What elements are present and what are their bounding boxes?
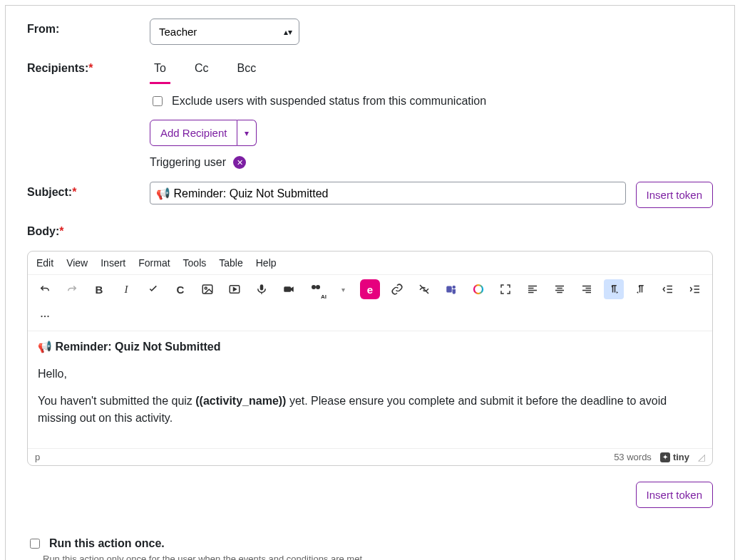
redo-icon[interactable] bbox=[62, 279, 82, 299]
add-recipient-button[interactable]: Add Recipient bbox=[150, 120, 237, 146]
insert-token-body-button[interactable]: Insert token bbox=[636, 482, 713, 508]
tab-cc[interactable]: Cc bbox=[190, 59, 213, 84]
chip-label: Triggering user bbox=[150, 156, 226, 169]
align-right-icon[interactable] bbox=[577, 279, 597, 299]
editor-content[interactable]: 📢 Reminder: Quiz Not Submitted Hello, Yo… bbox=[28, 331, 712, 448]
check-icon[interactable] bbox=[143, 279, 163, 299]
tab-bcc[interactable]: Bcc bbox=[232, 59, 260, 84]
recipients-label: Recipients:* bbox=[27, 58, 141, 75]
ai-caret-icon[interactable]: ▾ bbox=[333, 279, 353, 299]
video-icon[interactable] bbox=[225, 279, 245, 299]
svg-point-12 bbox=[47, 316, 48, 317]
svg-point-9 bbox=[474, 285, 483, 294]
add-recipient-dropdown[interactable]: ▾ bbox=[237, 120, 257, 146]
body-row: Body:* bbox=[27, 221, 713, 238]
svg-rect-0 bbox=[202, 285, 212, 294]
body-label: Body:* bbox=[27, 221, 141, 238]
element-path[interactable]: p bbox=[35, 452, 40, 462]
dialog-content: From: Teacher ▴▾ Recipients:* To Cc Bcc … bbox=[5, 5, 735, 560]
undo-icon[interactable] bbox=[35, 279, 55, 299]
editor-status-bar: p 53 words ✦ tiny ◿ bbox=[28, 448, 712, 465]
italic-icon[interactable]: I bbox=[116, 279, 136, 299]
menu-tools[interactable]: Tools bbox=[183, 257, 207, 269]
svg-rect-4 bbox=[284, 286, 291, 292]
menu-insert[interactable]: Insert bbox=[101, 257, 125, 269]
indent-icon[interactable] bbox=[685, 279, 705, 299]
run-once-checkbox[interactable] bbox=[30, 539, 40, 549]
copilot-icon[interactable] bbox=[468, 279, 488, 299]
svg-point-11 bbox=[44, 316, 46, 317]
svg-point-6 bbox=[316, 285, 320, 289]
svg-point-10 bbox=[41, 316, 42, 317]
rich-text-editor: Edit View Insert Format Tools Table Help… bbox=[27, 251, 713, 466]
svg-rect-7 bbox=[446, 286, 452, 293]
body-heading: Reminder: Quiz Not Submitted bbox=[55, 341, 220, 353]
c-icon[interactable]: C bbox=[170, 279, 190, 299]
megaphone-icon: 📢 bbox=[38, 341, 55, 353]
required-icon: * bbox=[88, 62, 93, 74]
rtl-icon[interactable] bbox=[631, 279, 651, 299]
recipient-chip: Triggering user ✕ bbox=[150, 156, 713, 169]
run-once-section: Run this action once. Run this action on… bbox=[27, 536, 713, 560]
from-select-wrap: Teacher ▴▾ bbox=[150, 19, 299, 45]
menu-view[interactable]: View bbox=[66, 257, 88, 269]
more-icon[interactable] bbox=[35, 306, 55, 326]
subject-input[interactable] bbox=[150, 182, 626, 204]
subject-row: Subject:* Insert token bbox=[27, 182, 713, 208]
camera-icon[interactable] bbox=[279, 279, 299, 299]
image-icon[interactable] bbox=[197, 279, 217, 299]
tab-to[interactable]: To bbox=[150, 59, 170, 84]
recipient-tabs: To Cc Bcc bbox=[150, 59, 713, 84]
required-icon: * bbox=[59, 225, 63, 237]
bold-icon[interactable]: B bbox=[89, 279, 109, 299]
editor-menu-bar: Edit View Insert Format Tools Table Help bbox=[28, 252, 712, 275]
align-left-icon[interactable] bbox=[523, 279, 543, 299]
chevron-down-icon: ▾ bbox=[245, 128, 249, 138]
tiny-icon: ✦ bbox=[660, 452, 670, 462]
teams-icon[interactable] bbox=[441, 279, 461, 299]
ai-link-icon[interactable]: AI bbox=[306, 279, 326, 299]
run-once-help: Run this action only once for the user w… bbox=[43, 554, 713, 560]
required-icon: * bbox=[72, 186, 76, 198]
recipients-row: Recipients:* To Cc Bcc Exclude users wit… bbox=[27, 58, 713, 169]
menu-edit[interactable]: Edit bbox=[36, 257, 53, 269]
tiny-brand[interactable]: ✦ tiny bbox=[660, 452, 689, 462]
exclude-suspended-label: Exclude users with suspended status from… bbox=[172, 95, 486, 108]
svg-point-8 bbox=[453, 286, 456, 289]
svg-point-1 bbox=[205, 287, 207, 289]
menu-help[interactable]: Help bbox=[256, 257, 277, 269]
token-variable: ((activity_name)) bbox=[195, 395, 286, 407]
fullscreen-icon[interactable] bbox=[495, 279, 515, 299]
svg-point-5 bbox=[312, 285, 316, 289]
microphone-icon[interactable] bbox=[252, 279, 272, 299]
body-paragraph: You haven't submitted the quiz ((activit… bbox=[38, 393, 702, 427]
body-paragraph: Hello, bbox=[38, 365, 702, 383]
unlink-icon[interactable] bbox=[414, 279, 434, 299]
run-once-label: Run this action once. bbox=[49, 537, 165, 550]
link-icon[interactable] bbox=[387, 279, 407, 299]
exclude-suspended-checkbox[interactable] bbox=[153, 96, 163, 106]
resize-handle-icon[interactable]: ◿ bbox=[698, 452, 705, 462]
ltr-icon[interactable] bbox=[604, 279, 624, 299]
menu-format[interactable]: Format bbox=[138, 257, 170, 269]
menu-table[interactable]: Table bbox=[219, 257, 242, 269]
add-recipient-group: Add Recipient ▾ bbox=[150, 120, 257, 146]
remove-chip-icon[interactable]: ✕ bbox=[233, 156, 246, 169]
from-select[interactable]: Teacher bbox=[150, 19, 299, 45]
editor-toolbar: B I C AI ▾ e bbox=[28, 275, 712, 331]
app-e-icon[interactable]: e bbox=[360, 279, 380, 299]
subject-label: Subject:* bbox=[27, 182, 141, 199]
insert-token-subject-button[interactable]: Insert token bbox=[636, 182, 713, 208]
from-row: From: Teacher ▴▾ bbox=[27, 19, 713, 45]
word-count: 53 words bbox=[614, 452, 652, 462]
align-center-icon[interactable] bbox=[550, 279, 570, 299]
svg-rect-3 bbox=[260, 284, 264, 290]
from-label: From: bbox=[27, 19, 141, 36]
outdent-icon[interactable] bbox=[658, 279, 678, 299]
